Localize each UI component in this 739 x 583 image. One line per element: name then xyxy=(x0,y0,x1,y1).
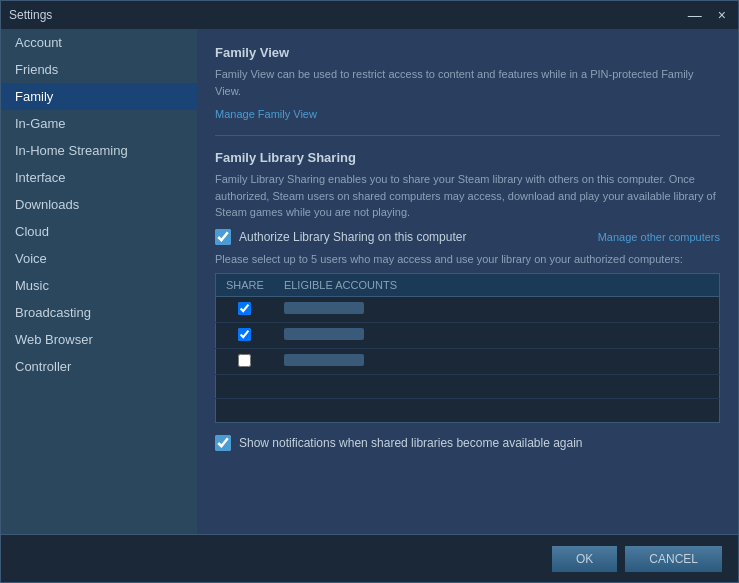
table-empty-row xyxy=(216,374,720,398)
notifications-label: Show notifications when shared libraries… xyxy=(239,436,583,450)
section-divider xyxy=(215,135,720,136)
family-view-description: Family View can be used to restrict acce… xyxy=(215,66,720,99)
ok-button[interactable]: OK xyxy=(552,546,617,572)
table-row xyxy=(216,296,720,322)
sidebar-item-music[interactable]: Music xyxy=(1,272,197,299)
content-area: Account Friends Family In-Game In-Home S… xyxy=(1,29,738,534)
sidebar-item-friends[interactable]: Friends xyxy=(1,56,197,83)
titlebar: Settings — × xyxy=(1,1,738,29)
family-view-title: Family View xyxy=(215,45,720,60)
row2-checkbox-cell[interactable] xyxy=(216,322,274,348)
row3-account xyxy=(274,348,720,374)
notifications-checkbox-label[interactable]: Show notifications when shared libraries… xyxy=(215,435,720,451)
minimize-button[interactable]: — xyxy=(684,6,706,24)
settings-window: Settings — × Account Friends Family In-G… xyxy=(0,0,739,583)
row2-checkbox[interactable] xyxy=(238,328,251,341)
sidebar-item-web-browser[interactable]: Web Browser xyxy=(1,326,197,353)
share-column-header: SHARE xyxy=(216,273,274,296)
main-panel: Family View Family View can be used to r… xyxy=(197,29,738,534)
sidebar-item-cloud[interactable]: Cloud xyxy=(1,218,197,245)
row1-checkbox[interactable] xyxy=(238,302,251,315)
account1-name xyxy=(284,302,364,314)
sidebar-item-family[interactable]: Family xyxy=(1,83,197,110)
manage-other-computers-link[interactable]: Manage other computers xyxy=(598,231,720,243)
table-row xyxy=(216,348,720,374)
accounts-column-header: ELIGIBLE ACCOUNTS xyxy=(274,273,720,296)
account2-name xyxy=(284,328,364,340)
cancel-button[interactable]: CANCEL xyxy=(625,546,722,572)
table-empty-row xyxy=(216,398,720,422)
select-users-text: Please select up to 5 users who may acce… xyxy=(215,253,720,265)
family-library-description: Family Library Sharing enables you to sh… xyxy=(215,171,720,221)
family-library-title: Family Library Sharing xyxy=(215,150,720,165)
account3-name xyxy=(284,354,364,366)
row1-checkbox-cell[interactable] xyxy=(216,296,274,322)
row2-account xyxy=(274,322,720,348)
sidebar-item-controller[interactable]: Controller xyxy=(1,353,197,380)
sidebar-item-downloads[interactable]: Downloads xyxy=(1,191,197,218)
row3-checkbox[interactable] xyxy=(238,354,251,367)
sidebar-item-broadcasting[interactable]: Broadcasting xyxy=(1,299,197,326)
sidebar-item-account[interactable]: Account xyxy=(1,29,197,56)
sidebar-item-in-home-streaming[interactable]: In-Home Streaming xyxy=(1,137,197,164)
authorize-checkbox-label[interactable]: Authorize Library Sharing on this comput… xyxy=(215,229,466,245)
authorize-checkbox[interactable] xyxy=(215,229,231,245)
close-button[interactable]: × xyxy=(714,6,730,24)
sidebar-item-in-game[interactable]: In-Game xyxy=(1,110,197,137)
sidebar-item-voice[interactable]: Voice xyxy=(1,245,197,272)
titlebar-controls: — × xyxy=(684,6,730,24)
sidebar-item-interface[interactable]: Interface xyxy=(1,164,197,191)
table-header-row: SHARE ELIGIBLE ACCOUNTS xyxy=(216,273,720,296)
authorize-row: Authorize Library Sharing on this comput… xyxy=(215,229,720,245)
authorize-label: Authorize Library Sharing on this comput… xyxy=(239,230,466,244)
manage-family-view-link[interactable]: Manage Family View xyxy=(215,108,317,120)
notifications-checkbox[interactable] xyxy=(215,435,231,451)
window-title: Settings xyxy=(9,8,52,22)
sidebar: Account Friends Family In-Game In-Home S… xyxy=(1,29,197,534)
bottom-bar: OK CANCEL xyxy=(1,534,738,582)
table-row xyxy=(216,322,720,348)
eligible-accounts-table: SHARE ELIGIBLE ACCOUNTS xyxy=(215,273,720,423)
row1-account xyxy=(274,296,720,322)
row3-checkbox-cell[interactable] xyxy=(216,348,274,374)
